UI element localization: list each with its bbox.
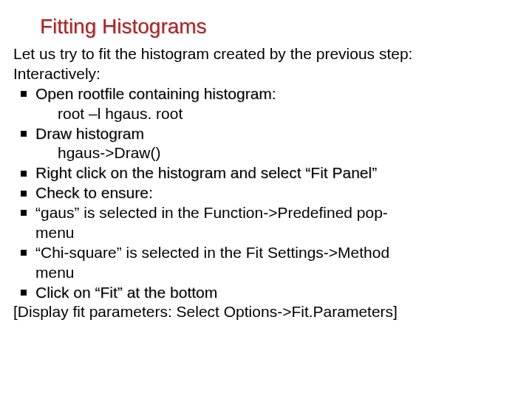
list-item: Check to ensure: <box>13 183 519 203</box>
slide: Fitting Histograms Let us try to fit the… <box>0 0 532 399</box>
list-item: Click on “Fit” at the bottom <box>13 283 519 303</box>
step-detail: hgaus->Draw() <box>35 143 519 163</box>
bullet-square-icon <box>21 250 27 256</box>
step-label: Open rootfile containing histogram: <box>35 85 276 102</box>
bullet-square-icon <box>21 131 27 137</box>
slide-title: Fitting Histograms <box>40 15 519 38</box>
plain-text-cont: menu <box>35 224 75 241</box>
bullet-square-icon <box>21 290 27 296</box>
list-item: Draw histogram hgaus->Draw() <box>13 124 519 164</box>
intro-text-2: Interactively: <box>13 64 519 84</box>
step-label: Right click on the histogram and select … <box>35 164 377 181</box>
bullet-square-icon <box>21 191 27 197</box>
list-item: “gaus” is selected in the Function->Pred… <box>13 203 519 243</box>
footer-note: [Display fit parameters: Select Options-… <box>13 302 519 322</box>
plain-text: “gaus” is selected in the Function->Pred… <box>35 204 388 221</box>
plain-text: “Chi-square” is selected in the Fit Sett… <box>35 244 389 261</box>
list-item: Open rootfile containing histogram: root… <box>13 84 519 124</box>
step-detail: root –l hgaus. root <box>35 104 519 124</box>
bullet-square-icon <box>21 171 27 177</box>
bullet-list: Open rootfile containing histogram: root… <box>13 84 519 303</box>
list-item: Right click on the histogram and select … <box>13 163 519 183</box>
bullet-square-icon <box>21 91 27 97</box>
intro-text-1: Let us try to fit the histogram created … <box>13 44 519 64</box>
step-label: Check to ensure: <box>35 184 153 201</box>
step-label: Click on “Fit” at the bottom <box>35 284 217 301</box>
plain-text-cont: menu <box>35 264 75 281</box>
slide-body: Let us try to fit the histogram created … <box>13 44 519 322</box>
step-label: Draw histogram <box>35 125 144 142</box>
bullet-square-icon <box>21 210 27 216</box>
list-item: “Chi-square” is selected in the Fit Sett… <box>13 243 519 283</box>
